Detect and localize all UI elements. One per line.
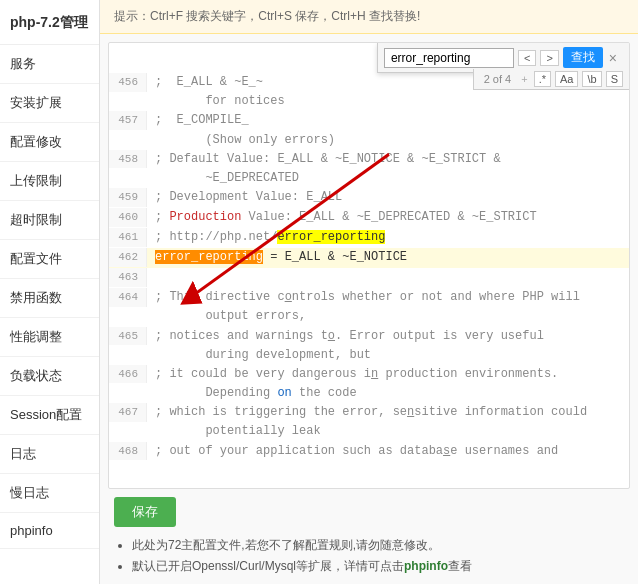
search-options-row: 2 of 4 + .* Aa \b S (473, 69, 629, 90)
sidebar-item-install-ext[interactable]: 安装扩展 (0, 84, 99, 123)
bottom-notes: 此处为72主配置文件,若您不了解配置规则,请勿随意修改。 默认已开启Openss… (114, 535, 624, 576)
note-2-text: 默认已开启Openssl/Curl/Mysql等扩展，详情可点击 (132, 559, 404, 573)
line-content-468: ; out of your application such as databa… (147, 442, 629, 461)
code-line-465: 465 ; notices and warnings to. Error out… (109, 327, 629, 365)
sidebar-item-session-config[interactable]: Session配置 (0, 396, 99, 435)
note-2-suffix: 查看 (448, 559, 472, 573)
sidebar-item-upload-limit[interactable]: 上传限制 (0, 162, 99, 201)
line-num-460: 460 (109, 208, 147, 227)
line-num-461: 461 (109, 228, 147, 247)
line-content-460: ; Production Value: E_ALL & ~E_DEPRECATE… (147, 208, 629, 227)
search-option-regex[interactable]: .* (534, 71, 551, 87)
editor-container: < > 查找 × 2 of 4 + .* Aa \b S (108, 42, 630, 489)
line-num-459: 459 (109, 188, 147, 207)
line-content-465: ; notices and warnings to. Error output … (147, 327, 629, 365)
line-content-463 (147, 268, 629, 287)
sidebar-item-phpinfo[interactable]: phpinfo (0, 513, 99, 549)
code-line-460: 460 ; Production Value: E_ALL & ~E_DEPRE… (109, 208, 629, 228)
code-line-461: 461 ; http://php.net/error_reporting (109, 228, 629, 248)
line-num-457: 457 (109, 111, 147, 130)
sidebar-item-config-edit[interactable]: 配置修改 (0, 123, 99, 162)
code-line-468: 468 ; out of your application such as da… (109, 442, 629, 462)
line-num-468: 468 (109, 442, 147, 461)
note-1: 此处为72主配置文件,若您不了解配置规则,请勿随意修改。 (132, 535, 624, 555)
line-content-457: ; E_COMPILE_ (Show only errors) (147, 111, 629, 149)
line-content-467: ; which is triggering the error, sensiti… (147, 403, 629, 441)
sidebar-item-perf-tune[interactable]: 性能调整 (0, 318, 99, 357)
line-content-459: ; Development Value: E_ALL (147, 188, 629, 207)
search-option-s[interactable]: S (606, 71, 623, 87)
search-input[interactable] (384, 48, 514, 68)
sidebar-item-config-file[interactable]: 配置文件 (0, 240, 99, 279)
line-content-466: ; it could be very dangerous in producti… (147, 365, 629, 403)
code-line-466: 466 ; it could be very dangerous in prod… (109, 365, 629, 403)
search-option-case[interactable]: Aa (555, 71, 578, 87)
note-2: 默认已开启Openssl/Curl/Mysql等扩展，详情可点击phpinfo查… (132, 556, 624, 576)
search-prev-btn[interactable]: < (518, 50, 536, 66)
sidebar-item-log[interactable]: 日志 (0, 435, 99, 474)
sidebar-item-timeout-limit[interactable]: 超时限制 (0, 201, 99, 240)
sidebar: php-7.2管理 服务 安装扩展 配置修改 上传限制 超时限制 配置文件 禁用… (0, 0, 100, 584)
code-line-464: 464 ; This directive controls whether or… (109, 288, 629, 326)
code-line-467: 467 ; which is triggering the error, sen… (109, 403, 629, 441)
line-num-467: 467 (109, 403, 147, 422)
sidebar-title: php-7.2管理 (0, 0, 99, 45)
line-num-464: 464 (109, 288, 147, 307)
line-content-462: error_reporting = E_ALL & ~E_NOTICE (147, 248, 629, 267)
code-line-463: 463 (109, 268, 629, 288)
line-num-456: 456 (109, 73, 147, 92)
search-find-btn[interactable]: 查找 (563, 47, 603, 68)
line-content-464: ; This directive controls whether or not… (147, 288, 629, 326)
sidebar-item-load-state[interactable]: 负载状态 (0, 357, 99, 396)
search-option-word[interactable]: \b (582, 71, 601, 87)
code-line-457: 457 ; E_COMPILE_ (Show only errors) (109, 111, 629, 149)
line-num-458: 458 (109, 150, 147, 169)
line-content-461: ; http://php.net/error_reporting (147, 228, 629, 247)
line-num-466: 466 (109, 365, 147, 384)
main-content: 提示：Ctrl+F 搜索关键字，Ctrl+S 保存，Ctrl+H 查找替换! <… (100, 0, 638, 584)
save-button[interactable]: 保存 (114, 497, 176, 527)
line-num-465: 465 (109, 327, 147, 346)
line-num-462: 462 (109, 248, 147, 267)
sidebar-item-services[interactable]: 服务 (0, 45, 99, 84)
search-next-btn[interactable]: > (540, 50, 558, 66)
code-line-458: 458 ; Default Value: E_ALL & ~E_NOTICE &… (109, 150, 629, 188)
phpinfo-link[interactable]: phpinfo (404, 559, 448, 573)
code-line-459: 459 ; Development Value: E_ALL (109, 188, 629, 208)
code-area[interactable]: 456 ; E_ALL & ~E_~ for notices 457 ; E_C… (109, 43, 629, 488)
line-num-463: 463 (109, 268, 147, 287)
sidebar-item-ban-func[interactable]: 禁用函数 (0, 279, 99, 318)
search-count: 2 of 4 (480, 73, 516, 85)
hint-bar: 提示：Ctrl+F 搜索关键字，Ctrl+S 保存，Ctrl+H 查找替换! (100, 0, 638, 34)
bottom-bar: 保存 此处为72主配置文件,若您不了解配置规则,请勿随意修改。 默认已开启Ope… (100, 489, 638, 584)
sidebar-item-slow-log[interactable]: 慢日志 (0, 474, 99, 513)
line-content-458: ; Default Value: E_ALL & ~E_NOTICE & ~E_… (147, 150, 629, 188)
search-close-btn[interactable]: × (607, 50, 619, 66)
code-line-462: 462 error_reporting = E_ALL & ~E_NOTICE (109, 248, 629, 268)
